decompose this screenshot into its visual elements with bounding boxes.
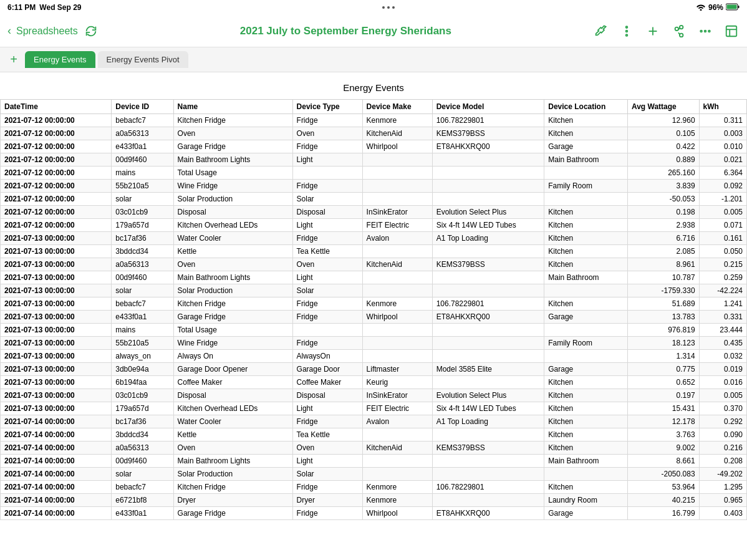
table-cell[interactable]: bebacfc7 [112, 114, 173, 127]
table-cell[interactable]: Kitchen Overhead LEDs [173, 402, 292, 415]
table-cell[interactable]: Fridge [292, 415, 362, 428]
table-cell[interactable]: 0.090 [699, 428, 746, 442]
table-cell[interactable] [432, 455, 544, 468]
table-cell[interactable]: Kitchen [544, 402, 628, 415]
table-cell[interactable]: KitchenAid [362, 258, 432, 271]
table-cell[interactable]: 1.295 [699, 481, 746, 494]
col-header-devicemodel[interactable]: Device Model [432, 100, 544, 114]
table-cell[interactable]: Light [292, 153, 362, 167]
table-cell[interactable]: Evolution Select Plus [432, 206, 544, 219]
table-cell[interactable]: 2021-07-12 00:00:00 [1, 206, 112, 219]
table-cell[interactable] [362, 284, 432, 297]
table-cell[interactable] [544, 193, 628, 206]
table-cell[interactable]: 0.161 [699, 232, 746, 245]
table-cell[interactable]: e433f0a1 [112, 140, 173, 153]
table-cell[interactable]: Garage [544, 140, 628, 153]
tab-energy-events[interactable]: Energy Events [25, 51, 95, 68]
table-cell[interactable]: 0.019 [699, 363, 746, 376]
table-cell[interactable]: Oven [292, 258, 362, 271]
table-cell[interactable]: 6.716 [627, 232, 699, 245]
table-cell[interactable]: KEMS379BSS [432, 127, 544, 140]
table-cell[interactable]: 3bddcd34 [112, 428, 173, 442]
table-cell[interactable]: Kitchen [544, 258, 628, 271]
table-cell[interactable]: Garage [544, 507, 628, 520]
table-cell[interactable]: Garage [544, 311, 628, 324]
table-cell[interactable]: Garage Door [292, 363, 362, 376]
table-cell[interactable] [432, 271, 544, 284]
table-cell[interactable] [432, 180, 544, 193]
table-cell[interactable]: always_on [112, 350, 173, 363]
table-cell[interactable]: 2021-07-12 00:00:00 [1, 114, 112, 127]
table-cell[interactable]: 2021-07-13 00:00:00 [1, 284, 112, 297]
table-cell[interactable]: Kitchen [544, 245, 628, 258]
table-cell[interactable]: Oven [173, 127, 292, 140]
table-cell[interactable]: 0.050 [699, 245, 746, 258]
table-cell[interactable]: 2021-07-14 00:00:00 [1, 428, 112, 442]
table-cell[interactable]: 2021-07-12 00:00:00 [1, 193, 112, 206]
table-cell[interactable] [432, 376, 544, 389]
table-cell[interactable]: bebacfc7 [112, 481, 173, 494]
table-cell[interactable]: 2021-07-14 00:00:00 [1, 455, 112, 468]
table-cell[interactable]: Whirlpool [362, 507, 432, 520]
table-cell[interactable]: Kettle [173, 245, 292, 258]
table-cell[interactable]: 3bddcd34 [112, 245, 173, 258]
table-cell[interactable]: 0.435 [699, 337, 746, 350]
table-cell[interactable]: Kitchen [544, 232, 628, 245]
table-cell[interactable]: Solar Production [173, 468, 292, 481]
table-cell[interactable]: Fridge [292, 297, 362, 311]
table-cell[interactable]: 0.208 [699, 455, 746, 468]
more-icon[interactable] [697, 23, 713, 39]
table-cell[interactable]: 2021-07-13 00:00:00 [1, 389, 112, 402]
table-cell[interactable] [432, 153, 544, 167]
table-cell[interactable]: Main Bathroom [544, 271, 628, 284]
table-cell[interactable]: bebacfc7 [112, 297, 173, 311]
table-cell[interactable]: e6721bf8 [112, 494, 173, 507]
table-cell[interactable]: Fridge [292, 481, 362, 494]
table-cell[interactable]: Main Bathroom [544, 153, 628, 167]
table-cell[interactable]: 2021-07-13 00:00:00 [1, 350, 112, 363]
col-header-wattage[interactable]: Avg Wattage [627, 100, 699, 114]
table-cell[interactable]: 0.105 [627, 127, 699, 140]
table-cell[interactable]: A1 Top Loading [432, 232, 544, 245]
table-cell[interactable]: 03c01cb9 [112, 206, 173, 219]
table-cell[interactable]: Solar [292, 193, 362, 206]
table-cell[interactable]: 106.78229801 [432, 114, 544, 127]
table-cell[interactable]: Garage Door Opener [173, 363, 292, 376]
table-cell[interactable]: Fridge [292, 311, 362, 324]
table-cell[interactable] [432, 167, 544, 180]
table-cell[interactable]: Solar [292, 468, 362, 481]
table-cell[interactable]: 2021-07-12 00:00:00 [1, 180, 112, 193]
table-cell[interactable]: Dryer [292, 494, 362, 507]
col-header-kwh[interactable]: kWh [699, 100, 746, 114]
table-cell[interactable]: 0.370 [699, 402, 746, 415]
table-cell[interactable]: 2021-07-13 00:00:00 [1, 232, 112, 245]
table-cell[interactable]: 00d9f460 [112, 153, 173, 167]
table-cell[interactable] [432, 193, 544, 206]
table-cell[interactable]: 0.003 [699, 127, 746, 140]
add-tab-button[interactable]: + [5, 51, 22, 69]
table-cell[interactable]: Solar Production [173, 193, 292, 206]
table-cell[interactable] [362, 337, 432, 350]
table-cell[interactable]: Family Room [544, 180, 628, 193]
paintbrush-icon[interactable] [592, 23, 609, 39]
table-cell[interactable]: Kitchen [544, 127, 628, 140]
table-cell[interactable]: 12.178 [627, 415, 699, 428]
table-cell[interactable]: 40.215 [627, 494, 699, 507]
table-cell[interactable]: Total Usage [173, 167, 292, 180]
table-cell[interactable]: 1.241 [699, 297, 746, 311]
table-cell[interactable]: Kitchen [544, 481, 628, 494]
table-cell[interactable]: Fridge [292, 180, 362, 193]
table-cell[interactable]: Disposal [292, 389, 362, 402]
table-cell[interactable]: Garage Fridge [173, 311, 292, 324]
table-cell[interactable]: -1759.330 [627, 284, 699, 297]
table-cell[interactable]: Avalon [362, 415, 432, 428]
table-cell[interactable]: 1.314 [627, 350, 699, 363]
table-cell[interactable]: Kettle [173, 428, 292, 442]
table-cell[interactable]: 3.763 [627, 428, 699, 442]
table-cell[interactable]: 0.216 [699, 442, 746, 455]
table-cell[interactable]: Solar Production [173, 284, 292, 297]
table-cell[interactable] [362, 428, 432, 442]
tab-energy-events-pivot[interactable]: Energy Events Pivot [98, 51, 188, 68]
table-cell[interactable]: 53.964 [627, 481, 699, 494]
table-cell[interactable]: Always On [173, 350, 292, 363]
